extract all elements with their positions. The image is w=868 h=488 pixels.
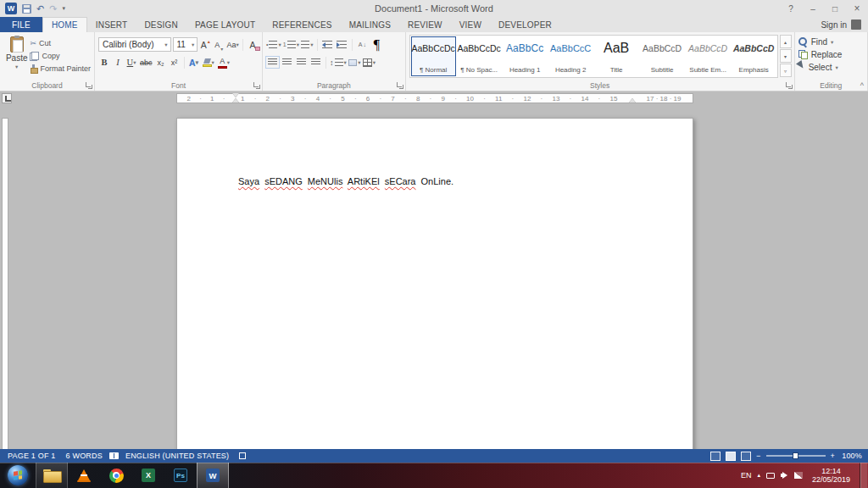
zoom-slider-thumb[interactable] — [793, 452, 798, 459]
strikethrough-button[interactable]: abc — [139, 56, 153, 69]
select-button[interactable]: Select ▾ — [798, 61, 864, 74]
taskbar-vlc-button[interactable] — [68, 463, 100, 488]
style-subtitle[interactable]: AaBbCcD Subtitle — [640, 36, 685, 76]
taskbar-clock[interactable]: 12:14 22/05/2019 — [809, 467, 854, 484]
document-word[interactable]: sEDANG — [264, 176, 303, 186]
close-button[interactable]: × — [846, 0, 868, 17]
subscript-button[interactable]: x₂ — [155, 56, 167, 69]
decrease-indent-button[interactable] — [321, 38, 334, 52]
zoom-out-button[interactable]: − — [756, 452, 760, 460]
style-heading-1[interactable]: AaBbCc Heading 1 — [503, 36, 548, 76]
font-name-combobox[interactable]: Calibri (Body) ▾ — [98, 37, 171, 52]
qat-customize-icon[interactable]: ▾ — [62, 3, 65, 14]
tab-insert[interactable]: INSERT — [87, 17, 136, 32]
font-name-dropdown-icon[interactable]: ▾ — [162, 42, 167, 48]
cut-button[interactable]: ✂ Cut — [30, 38, 91, 48]
proofing-status-icon[interactable] — [109, 452, 119, 459]
right-indent-marker[interactable] — [629, 98, 636, 103]
style-heading-2[interactable]: AaBbCcC Heading 2 — [548, 36, 593, 76]
save-icon[interactable] — [22, 4, 31, 14]
network-icon[interactable] — [794, 472, 803, 479]
text-effects-button[interactable]: A ▾ — [188, 56, 200, 69]
undo-icon[interactable]: ↶ — [36, 3, 44, 14]
help-button[interactable]: ? — [780, 0, 802, 17]
start-button[interactable] — [0, 463, 36, 488]
tab-review[interactable]: REVIEW — [399, 17, 451, 32]
sign-in-button[interactable]: Sign in — [821, 17, 868, 32]
tab-file[interactable]: FILE — [0, 17, 42, 32]
sort-button[interactable]: A ↓ — [356, 38, 369, 52]
show-desktop-button[interactable] — [860, 463, 867, 488]
style-emphasis[interactable]: AaBbCcD Emphasis — [732, 36, 776, 76]
print-layout-button[interactable] — [726, 452, 736, 461]
document-text-line[interactable]: Saya sEDANG MeNUlis ARtiKEl sECara OnLin… — [238, 176, 456, 186]
hidden-icons-icon[interactable]: ▴ — [757, 472, 760, 479]
vertical-ruler[interactable] — [0, 105, 10, 449]
taskbar-chrome-button[interactable] — [100, 463, 132, 488]
clear-formatting-button[interactable]: A — [247, 38, 259, 52]
line-spacing-button[interactable]: ↕ ▾ — [330, 56, 347, 69]
zoom-level[interactable]: 100% — [840, 452, 862, 460]
align-left-button[interactable] — [266, 56, 279, 69]
font-dialog-launcher-icon[interactable] — [253, 81, 260, 89]
document-word[interactable]: ARtiKEl — [348, 176, 380, 186]
numbering-button[interactable]: 1 ▾ — [283, 38, 299, 52]
language-switcher[interactable]: EN — [741, 471, 752, 480]
underline-button[interactable]: U ▾ — [125, 56, 137, 69]
tab-page-layout[interactable]: PAGE LAYOUT — [186, 17, 264, 32]
change-case-button[interactable]: Aa ▾ — [226, 38, 239, 52]
collapse-ribbon-icon[interactable]: ^ — [860, 81, 864, 90]
styles-scroll-down-icon[interactable]: ▾ — [780, 49, 792, 63]
style-subtle-emphasis[interactable]: AaBbCcD Subtle Em... — [686, 36, 731, 76]
format-painter-button[interactable]: Format Painter — [30, 64, 91, 74]
first-line-indent-marker[interactable] — [232, 93, 239, 97]
web-layout-button[interactable] — [741, 452, 751, 461]
horizontal-ruler[interactable]: 2 · 1 · 1 · 2 · 3 · 4 · 5 · 6 · 7 · 8 · … — [0, 92, 868, 105]
hanging-indent-marker[interactable] — [232, 98, 239, 103]
font-size-combobox[interactable]: 11 ▾ — [173, 37, 198, 52]
taskbar-word-button[interactable]: W — [197, 463, 229, 488]
read-mode-button[interactable] — [710, 452, 721, 461]
bold-button[interactable]: B — [98, 56, 110, 69]
shrink-font-button[interactable]: A ▾ — [213, 38, 225, 52]
document-word[interactable]: MeNUlis — [308, 176, 343, 186]
document-word[interactable]: OnLine. — [421, 176, 454, 186]
display-tray-icon[interactable] — [766, 473, 775, 479]
multilevel-list-button[interactable]: ▾ — [301, 38, 314, 52]
tab-stop-selector[interactable] — [2, 93, 12, 103]
minimize-button[interactable]: – — [802, 0, 824, 17]
increase-indent-button[interactable] — [336, 38, 348, 52]
clipboard-dialog-launcher-icon[interactable] — [85, 81, 92, 89]
borders-button[interactable]: ▾ — [363, 56, 376, 69]
redo-icon[interactable]: ↷ — [49, 3, 57, 14]
tab-view[interactable]: VIEW — [451, 17, 490, 32]
italic-button[interactable]: I — [112, 56, 124, 69]
style-normal[interactable]: AaBbCcDc ¶ Normal — [411, 36, 456, 76]
zoom-slider[interactable] — [766, 455, 826, 457]
align-center-button[interactable] — [281, 56, 293, 69]
tab-developer[interactable]: DEVELOPER — [490, 17, 560, 32]
document-page[interactable]: Saya sEDANG MeNUlis ARtiKEl sECara OnLin… — [176, 118, 693, 449]
paste-dropdown-icon[interactable]: ▾ — [15, 64, 18, 70]
align-right-button[interactable] — [295, 56, 308, 69]
word-count[interactable]: 6 WORDS — [61, 452, 108, 460]
tab-references[interactable]: REFERENCES — [264, 17, 340, 32]
grow-font-button[interactable]: A ▴ — [199, 38, 211, 52]
tab-mailings[interactable]: MAILINGS — [341, 17, 399, 32]
taskbar-photoshop-button[interactable]: Ps — [164, 463, 197, 488]
styles-dialog-launcher-icon[interactable] — [785, 81, 793, 89]
bullets-button[interactable]: • ▾ — [266, 38, 281, 52]
style-no-spacing[interactable]: AaBbCcDc ¶ No Spac... — [457, 36, 502, 76]
word-logo-icon[interactable]: W — [5, 3, 17, 14]
document-word[interactable]: Saya — [238, 176, 259, 186]
highlight-button[interactable]: ▾ — [202, 56, 215, 69]
volume-icon[interactable] — [781, 472, 788, 480]
taskbar-excel-button[interactable]: X — [132, 463, 164, 488]
superscript-button[interactable]: x² — [169, 56, 181, 69]
styles-more-icon[interactable]: ▿ — [780, 64, 792, 77]
justify-button[interactable] — [309, 56, 322, 69]
shading-button[interactable]: ▾ — [348, 56, 361, 69]
page-indicator[interactable]: PAGE 1 OF 1 — [3, 452, 61, 460]
language-indicator[interactable]: ENGLISH (UNITED STATES) — [120, 452, 234, 460]
maximize-button[interactable]: □ — [824, 0, 846, 17]
